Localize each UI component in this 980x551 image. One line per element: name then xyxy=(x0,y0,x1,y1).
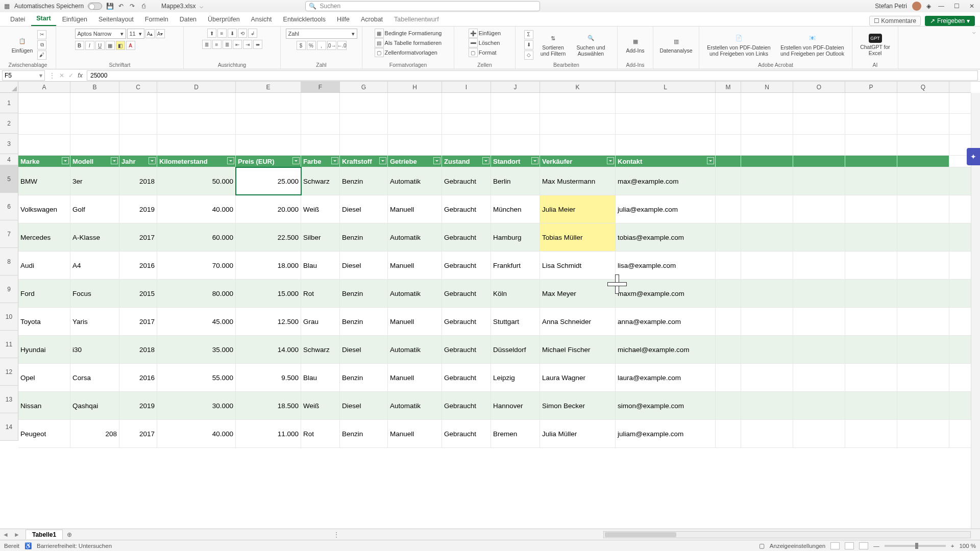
cell-B11[interactable]: i30 xyxy=(70,336,119,363)
cell-K9[interactable]: Max Meyer xyxy=(540,280,616,307)
filter-button[interactable] xyxy=(482,157,489,164)
paste-button[interactable]: 📋Einfügen xyxy=(9,35,35,55)
cell-M7[interactable] xyxy=(716,223,741,251)
italic-button[interactable]: I xyxy=(85,41,94,50)
cell-H13[interactable]: Automatik xyxy=(388,392,442,419)
clear-icon[interactable]: ◇ xyxy=(524,51,533,60)
cell-E9[interactable]: 15.000 xyxy=(236,280,301,307)
cell-D9[interactable]: 80.000 xyxy=(157,280,236,307)
cell-A6[interactable]: Volkswagen xyxy=(18,195,70,223)
row-header-8[interactable]: 8 xyxy=(0,248,18,276)
cell-L11[interactable]: michael@example.com xyxy=(616,336,716,363)
cell-styles-button[interactable]: ▢Zellenformatvorlagen xyxy=(375,48,437,57)
cell-D8[interactable]: 70.000 xyxy=(157,252,236,279)
table-header-F[interactable]: Farbe xyxy=(301,156,340,167)
font-color-button[interactable]: A xyxy=(126,41,135,50)
cell-K13[interactable]: Simon Becker xyxy=(540,392,616,419)
number-format-select[interactable]: Zahl▾ xyxy=(286,29,357,39)
col-header-K[interactable]: K xyxy=(540,82,616,92)
filename-chevron-icon[interactable]: ⌵ xyxy=(200,3,203,10)
table-header-C[interactable]: Jahr xyxy=(119,156,157,167)
cell-P10[interactable] xyxy=(845,308,897,335)
cell-Q14[interactable] xyxy=(897,420,949,447)
cell-M10[interactable] xyxy=(716,308,741,335)
table-header-Q[interactable] xyxy=(897,156,949,167)
cell-Q8[interactable] xyxy=(897,252,949,279)
row-header-6[interactable]: 6 xyxy=(0,193,18,220)
cell-L14[interactable]: juliam@example.com xyxy=(616,420,716,447)
cell-P7[interactable] xyxy=(845,223,897,251)
cell-F7[interactable]: Silber xyxy=(301,223,340,251)
accessibility-icon[interactable]: ♿ xyxy=(24,542,32,549)
cell-A12[interactable]: Opel xyxy=(18,364,70,391)
cell-B12[interactable]: Corsa xyxy=(70,364,119,391)
cell-C6[interactable]: 2019 xyxy=(119,195,157,223)
cell-E14[interactable]: 11.000 xyxy=(236,420,301,447)
tab-daten[interactable]: Daten xyxy=(175,14,202,26)
filter-button[interactable] xyxy=(531,157,538,164)
table-header-G[interactable]: Kraftstoff xyxy=(340,156,388,167)
tab-datei[interactable]: Datei xyxy=(5,14,30,26)
cell-H12[interactable]: Manuell xyxy=(388,364,442,391)
align-center-icon[interactable]: ≡ xyxy=(212,40,222,49)
cell-E10[interactable]: 12.500 xyxy=(236,308,301,335)
cell-I11[interactable]: Gebraucht xyxy=(442,336,491,363)
filter-button[interactable] xyxy=(227,157,234,164)
cell-C10[interactable]: 2017 xyxy=(119,308,157,335)
row-header-9[interactable]: 9 xyxy=(0,276,18,303)
filter-button[interactable] xyxy=(292,157,300,164)
cell-G9[interactable]: Benzin xyxy=(340,280,388,307)
table-header-I[interactable]: Zustand xyxy=(442,156,491,167)
increase-indent-icon[interactable]: ⇥ xyxy=(243,40,252,49)
col-header-J[interactable]: J xyxy=(491,82,540,92)
cell-L13[interactable]: simon@example.com xyxy=(616,392,716,419)
cell-O12[interactable] xyxy=(793,364,845,391)
cell-A14[interactable]: Peugeot xyxy=(18,420,70,447)
tab-acrobat[interactable]: Acrobat xyxy=(356,14,388,26)
percent-icon[interactable]: % xyxy=(307,41,316,50)
redo-icon[interactable]: ↷ xyxy=(129,3,136,10)
cell-G14[interactable]: Benzin xyxy=(340,420,388,447)
cell-O9[interactable] xyxy=(793,280,845,307)
col-header-L[interactable]: L xyxy=(616,82,716,92)
formula-input[interactable]: 25000 xyxy=(87,70,978,81)
col-header-O[interactable]: O xyxy=(793,82,845,92)
cell-J11[interactable]: Düsseldorf xyxy=(491,336,540,363)
cell-L5[interactable]: max@example.com xyxy=(616,167,716,195)
cell-F9[interactable]: Rot xyxy=(301,280,340,307)
tab-ueberpruefen[interactable]: Überprüfen xyxy=(203,14,245,26)
table-header-N[interactable] xyxy=(741,156,793,167)
freigeben-button[interactable]: ↗Freigeben▾ xyxy=(925,16,975,26)
align-right-icon[interactable]: ≣ xyxy=(223,40,232,49)
cell-A13[interactable]: Nissan xyxy=(18,392,70,419)
cell-P8[interactable] xyxy=(845,252,897,279)
row-header-13[interactable]: 13 xyxy=(0,386,18,413)
cut-icon[interactable]: ✂ xyxy=(37,30,46,39)
filter-button[interactable] xyxy=(62,157,69,164)
cell-E7[interactable]: 22.500 xyxy=(236,223,301,251)
cell-D6[interactable]: 40.000 xyxy=(157,195,236,223)
autosum-icon[interactable]: Σ xyxy=(524,30,533,39)
cell-Q13[interactable] xyxy=(897,392,949,419)
align-middle-icon[interactable]: ≡ xyxy=(217,29,227,38)
cell-Q5[interactable] xyxy=(897,167,949,195)
grid[interactable]: MarkeModellJahrKilometerstandPreis (EUR)… xyxy=(18,93,971,531)
cell-O5[interactable] xyxy=(793,167,845,195)
cell-C8[interactable]: 2016 xyxy=(119,252,157,279)
row-header-11[interactable]: 11 xyxy=(0,331,18,358)
cell-M11[interactable] xyxy=(716,336,741,363)
cell-E11[interactable]: 14.000 xyxy=(236,336,301,363)
row-header-12[interactable]: 12 xyxy=(0,358,18,386)
cell-N8[interactable] xyxy=(741,252,793,279)
cell-G10[interactable]: Benzin xyxy=(340,308,388,335)
wrap-text-icon[interactable]: ↲ xyxy=(248,29,257,38)
cell-H7[interactable]: Automatik xyxy=(388,223,442,251)
cell-G13[interactable]: Diesel xyxy=(340,392,388,419)
teams-badge-icon[interactable]: ✦ xyxy=(967,148,980,165)
col-header-H[interactable]: H xyxy=(388,82,442,92)
cell-D5[interactable]: 50.000 xyxy=(157,167,236,195)
cell-Q7[interactable] xyxy=(897,223,949,251)
table-header-B[interactable]: Modell xyxy=(70,156,119,167)
cell-B9[interactable]: Focus xyxy=(70,280,119,307)
table-header-M[interactable] xyxy=(716,156,741,167)
